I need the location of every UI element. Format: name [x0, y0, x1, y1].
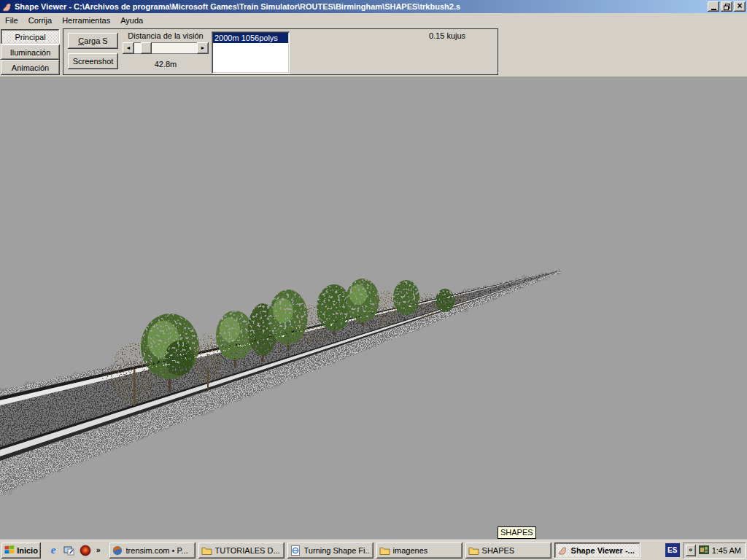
clock: 1:45 AM — [712, 546, 741, 555]
bush — [416, 293, 438, 319]
folder-icon — [379, 545, 390, 556]
tab-principal[interactable]: Principal — [1, 29, 60, 44]
3d-viewport-scene — [0, 77, 747, 540]
quicklaunch-overflow-chevron-icon[interactable]: » — [95, 546, 102, 554]
slider-right-arrow-icon[interactable]: ► — [197, 42, 209, 54]
menu-bar: File Corrija Herramientas Ayuda — [0, 13, 747, 27]
bush — [455, 290, 471, 309]
tree — [393, 280, 419, 315]
menu-ayuda[interactable]: Ayuda — [115, 15, 148, 26]
folder-icon — [468, 545, 479, 556]
close-button[interactable]: × — [734, 1, 746, 12]
internet-explorer-icon[interactable]: e — [47, 544, 60, 557]
view-distance-value: 42.8m — [120, 60, 211, 69]
view-distance-label: Distancia de la visión — [120, 31, 211, 40]
slider-thumb[interactable] — [141, 42, 152, 54]
show-desktop-icon[interactable] — [63, 544, 76, 557]
task-shape-viewer[interactable]: Shape Viewer -... — [554, 542, 640, 559]
carga-s-button[interactable]: Carga S — [68, 33, 118, 49]
close-icon: × — [737, 1, 742, 10]
taskbar: Inicio e — [0, 540, 747, 560]
windows-flag-icon — [4, 545, 15, 555]
quick-launch: e — [47, 544, 102, 557]
view-distance-slider[interactable]: ◄ ► — [123, 42, 209, 54]
task-trensim[interactable]: trensim.com • P... — [109, 542, 196, 559]
toolbar-panel: Carga S Screenshot Distancia de la visió… — [63, 28, 498, 75]
tree — [436, 289, 454, 312]
ie-document-icon — [290, 545, 301, 556]
menu-file[interactable]: File — [0, 15, 23, 26]
tooltip-shapes: SHAPES — [498, 526, 536, 539]
window-title: Shape Viewer - C:\Archivos de programa\M… — [15, 2, 708, 11]
task-label: Turning Shape Fi... — [304, 546, 371, 555]
render-time: 0.15 kujus — [403, 31, 491, 40]
tray-app-icon[interactable] — [699, 545, 709, 556]
start-button[interactable]: Inicio — [1, 542, 41, 559]
lod-list-item[interactable]: 2000m 1056polys — [213, 33, 288, 43]
minimize-icon — [711, 9, 716, 10]
start-label: Inicio — [17, 546, 38, 555]
menu-herramientas[interactable]: Herramientas — [57, 15, 115, 26]
tab-animacion[interactable]: Animación — [1, 60, 60, 75]
shape-viewer-icon — [557, 545, 568, 556]
slider-left-arrow-icon[interactable]: ◄ — [123, 42, 134, 54]
viewport[interactable] — [0, 77, 747, 540]
slider-track[interactable] — [134, 42, 197, 54]
screenshot-button[interactable]: Screenshot — [68, 53, 118, 69]
tray-chevron-icon[interactable]: « — [686, 545, 696, 556]
system-tray: « 1:45 AM — [683, 542, 746, 559]
task-label: trensim.com • P... — [126, 546, 188, 555]
task-shapes[interactable]: SHAPES — [465, 542, 551, 559]
window-controls: × — [708, 1, 746, 12]
menu-corrija[interactable]: Corrija — [23, 15, 57, 26]
folder-icon — [201, 545, 212, 556]
restore-button[interactable] — [721, 1, 732, 12]
view-mode-buttons: Principal Iluminación Animación — [1, 29, 60, 75]
screen: Shape Viewer - C:\Archivos de programa\M… — [0, 0, 747, 560]
task-label: TUTORIALES D... — [215, 546, 280, 555]
task-label: Shape Viewer -... — [571, 546, 635, 555]
opera-browser-icon[interactable] — [79, 544, 92, 557]
firefox-icon — [112, 545, 123, 556]
task-label: SHAPES — [482, 546, 515, 555]
task-turning-shape[interactable]: Turning Shape Fi... — [287, 542, 374, 559]
language-indicator[interactable]: ES — [665, 543, 680, 557]
task-label: imagenes — [393, 546, 428, 555]
task-imagenes[interactable]: imagenes — [376, 542, 462, 559]
lod-listbox[interactable]: 2000m 1056polys — [212, 31, 290, 74]
toolbar: Principal Iluminación Animación Carga S … — [0, 27, 747, 77]
task-tutoriales[interactable]: TUTORIALES D... — [198, 542, 285, 559]
task-buttons: trensim.com • P... TUTORIALES D... — [109, 542, 662, 559]
tab-iluminacion[interactable]: Iluminación — [1, 44, 60, 60]
window-titlebar: Shape Viewer - C:\Archivos de programa\M… — [0, 0, 747, 13]
shape-viewer-app-icon — [1, 1, 12, 12]
minimize-button[interactable] — [708, 1, 719, 12]
restore-icon — [724, 4, 730, 10]
carga-s-rest: arga S — [84, 36, 107, 45]
